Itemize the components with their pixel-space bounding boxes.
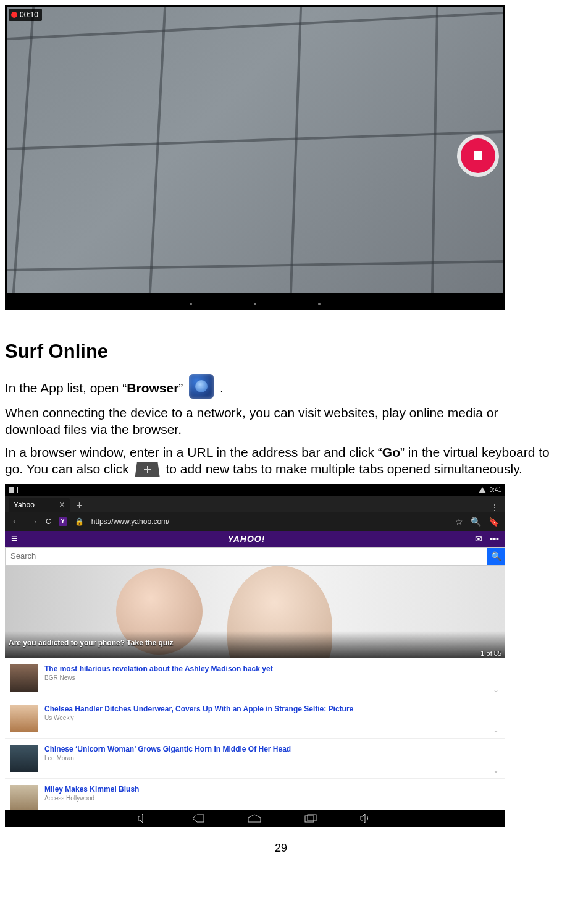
camera-recorder-screenshot: 00:10 bbox=[5, 5, 505, 310]
volume-up-icon[interactable] bbox=[360, 814, 372, 823]
news-list-item[interactable]: Chinese ‘Unicorn Woman’ Grows Gigantic H… bbox=[5, 739, 505, 779]
recording-timer-badge: 00:10 bbox=[9, 9, 42, 21]
tab-label: Yahoo bbox=[14, 501, 35, 509]
section-title: Surf Online bbox=[5, 341, 557, 363]
recording-timer-text: 00:10 bbox=[20, 11, 38, 19]
news-list-item[interactable]: Chelsea Handler Ditches Underwear, Cover… bbox=[5, 698, 505, 739]
yahoo-header: ≡ YAHOO! ✉ ••• bbox=[5, 531, 505, 547]
recording-dot-icon bbox=[11, 12, 17, 18]
browser-tab-yahoo[interactable]: Yahoo × bbox=[9, 498, 70, 512]
hero-counter: 1 of 85 bbox=[480, 650, 501, 657]
camera-viewfinder bbox=[7, 7, 503, 293]
android-nav-bar bbox=[5, 810, 505, 827]
paragraph-url-go: In a browser window, enter in a URL in t… bbox=[5, 444, 557, 478]
news-thumb bbox=[10, 745, 38, 772]
hero-headline: Are you addicted to your phone? Take the… bbox=[9, 638, 173, 647]
more-icon[interactable]: ••• bbox=[490, 534, 499, 544]
browser-screenshot: 9:41 Yahoo × + ⋮ ← → C Y 🔒 https://www.y… bbox=[5, 484, 505, 827]
news-source: BGR News bbox=[44, 674, 273, 681]
bookmark-icon[interactable]: 🔖 bbox=[489, 517, 499, 527]
news-thumb bbox=[10, 664, 38, 692]
status-left-icon bbox=[9, 487, 14, 493]
chevron-down-icon[interactable]: ⌄ bbox=[493, 766, 499, 774]
reload-button[interactable]: C bbox=[46, 517, 51, 526]
news-list-item[interactable]: Miley Makes Kimmel Blush Access Hollywoo… bbox=[5, 779, 505, 810]
back-button[interactable]: ← bbox=[11, 516, 21, 527]
home-nav-icon[interactable] bbox=[248, 814, 261, 823]
android-status-bar: 9:41 bbox=[5, 484, 505, 496]
news-title: Miley Makes Kimmel Blush bbox=[44, 785, 139, 794]
stop-icon bbox=[474, 151, 482, 160]
new-tab-icon bbox=[135, 462, 160, 477]
news-title: Chinese ‘Unicorn Woman’ Grows Gigantic H… bbox=[44, 745, 291, 753]
news-source: Access Hollywood bbox=[44, 795, 139, 802]
browser-overflow-menu[interactable]: ⋮ bbox=[484, 502, 505, 512]
chevron-down-icon[interactable]: ⌄ bbox=[493, 726, 499, 734]
forward-button[interactable]: → bbox=[28, 516, 38, 527]
paragraph-open-browser: In the App list, open “Browser” . bbox=[5, 374, 557, 399]
search-button[interactable]: 🔍 bbox=[487, 548, 505, 565]
lock-icon: 🔒 bbox=[75, 517, 84, 526]
close-tab-icon[interactable]: × bbox=[59, 499, 65, 511]
chevron-down-icon[interactable]: ⌄ bbox=[493, 685, 499, 694]
hero-carousel[interactable]: Are you addicted to your phone? Take the… bbox=[5, 566, 505, 658]
search-icon[interactable]: 🔍 bbox=[471, 517, 481, 527]
paragraph-connect-network: When connecting the device to a network,… bbox=[5, 405, 557, 438]
yahoo-search-input[interactable] bbox=[6, 551, 487, 561]
news-title: The most hilarious revelation about the … bbox=[44, 664, 273, 673]
yahoo-logo[interactable]: YAHOO! bbox=[227, 534, 265, 544]
news-thumb bbox=[10, 705, 38, 732]
volume-down-icon[interactable] bbox=[138, 814, 149, 823]
new-tab-button[interactable]: + bbox=[70, 499, 89, 512]
stop-record-button[interactable] bbox=[461, 138, 495, 173]
browser-app-icon bbox=[189, 374, 214, 399]
browser-tabs-bar: Yahoo × + ⋮ bbox=[5, 496, 505, 512]
status-clock: 9:41 bbox=[490, 486, 501, 493]
wifi-icon bbox=[479, 487, 486, 493]
news-source: Us Weekly bbox=[44, 714, 353, 721]
news-list: The most hilarious revelation about the … bbox=[5, 658, 505, 810]
news-title: Chelsea Handler Ditches Underwear, Cover… bbox=[44, 705, 353, 713]
browser-address-bar: ← → C Y 🔒 https://www.yahoo.com/ ☆ 🔍 🔖 bbox=[5, 512, 505, 531]
site-favicon: Y bbox=[59, 517, 67, 526]
news-thumb bbox=[10, 785, 38, 810]
news-source: Lee Moran bbox=[44, 755, 291, 761]
recent-apps-icon[interactable] bbox=[304, 814, 317, 823]
status-left-icon bbox=[17, 487, 18, 493]
webpage-content: ≡ YAHOO! ✉ ••• 🔍 Are you addicted to you… bbox=[5, 531, 505, 810]
yahoo-search-bar: 🔍 bbox=[5, 547, 505, 566]
system-nav-bar bbox=[5, 293, 505, 310]
mail-icon[interactable]: ✉ bbox=[475, 534, 482, 544]
news-list-item[interactable]: The most hilarious revelation about the … bbox=[5, 658, 505, 698]
url-text[interactable]: https://www.yahoo.com/ bbox=[91, 517, 448, 526]
star-icon[interactable]: ☆ bbox=[455, 517, 463, 527]
hamburger-icon[interactable]: ≡ bbox=[11, 532, 18, 545]
page-number: 29 bbox=[5, 842, 557, 855]
back-nav-icon[interactable] bbox=[192, 814, 204, 823]
